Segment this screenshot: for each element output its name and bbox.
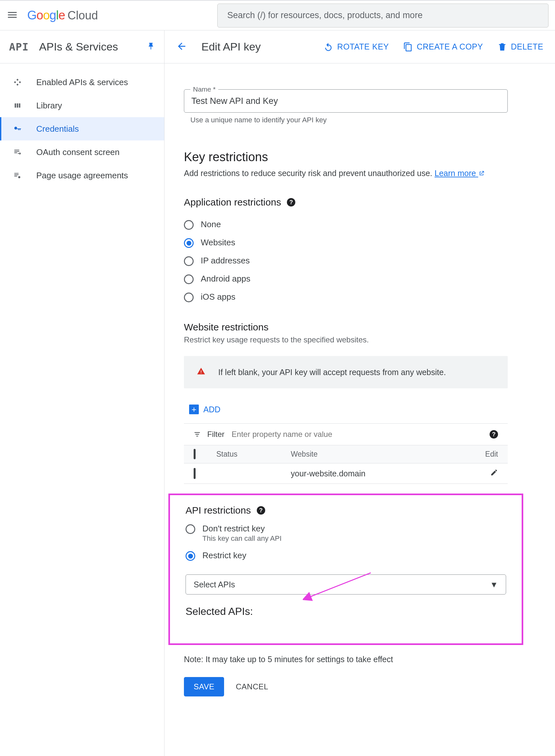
name-helper: Use a unique name to identify your API k… — [190, 116, 508, 124]
api-logo: API — [9, 41, 29, 53]
add-button[interactable]: + ADD — [189, 405, 508, 414]
sidebar-label: Page usage agreements — [36, 171, 128, 181]
api-restrictions-heading: API restrictions ? — [185, 505, 506, 516]
radio-websites[interactable]: Websites — [184, 234, 508, 252]
rotate-key-button[interactable]: ROTATE KEY — [324, 42, 389, 52]
radio-restrict[interactable]: Restrict key — [185, 547, 506, 565]
website-restrictions-desc: Restrict key usage requests to the speci… — [184, 335, 508, 344]
edit-icon[interactable] — [475, 469, 498, 478]
consent-icon — [12, 147, 23, 157]
search-placeholder: Search (/) for resources, docs, products… — [227, 10, 423, 20]
radio-icon — [184, 275, 194, 284]
external-link-icon — [478, 169, 485, 179]
table-row: your-website.domain — [184, 464, 508, 484]
radio-android[interactable]: Android apps — [184, 270, 508, 288]
help-icon[interactable]: ? — [287, 198, 295, 206]
radio-ip[interactable]: IP addresses — [184, 252, 508, 270]
sidebar-item-credentials[interactable]: Credentials — [0, 117, 164, 140]
select-all-checkbox[interactable] — [194, 449, 196, 459]
save-button[interactable]: SAVE — [184, 677, 224, 697]
key-restrictions-desc: Add restrictions to reduce security risk… — [184, 169, 508, 179]
warning-icon — [197, 367, 205, 377]
sidebar-label: Credentials — [36, 124, 79, 134]
filter-label: Filter — [207, 430, 224, 439]
sidebar-label: OAuth consent screen — [36, 147, 120, 157]
col-status: Status — [216, 450, 291, 459]
help-icon[interactable]: ? — [489, 430, 498, 438]
agreement-icon — [12, 170, 23, 181]
name-label: Name * — [190, 86, 218, 93]
radio-icon — [185, 551, 195, 561]
sidebar-item-library[interactable]: Library — [0, 94, 164, 117]
sidebar-label: Enabled APIs & services — [36, 77, 128, 87]
radio-icon — [184, 220, 194, 230]
cloud-text: Cloud — [68, 9, 98, 22]
plus-icon: + — [189, 405, 199, 414]
filter-input[interactable] — [231, 429, 483, 439]
annotation-arrow — [303, 570, 374, 603]
application-restrictions-heading: Application restrictions ? — [184, 197, 508, 208]
col-edit: Edit — [475, 450, 498, 459]
radio-icon — [184, 256, 194, 266]
cancel-button[interactable]: CANCEL — [234, 677, 270, 697]
create-copy-button[interactable]: CREATE A COPY — [403, 42, 483, 52]
dropdown-icon: ▼ — [490, 580, 498, 589]
svg-line-0 — [309, 573, 371, 597]
filter-icon — [194, 431, 201, 438]
logo[interactable]: Google Cloud — [27, 8, 98, 22]
row-website: your-website.domain — [291, 469, 475, 478]
col-website: Website — [291, 450, 475, 459]
pin-icon[interactable] — [147, 42, 155, 51]
radio-icon — [185, 524, 195, 534]
sidebar-title: APIs & Services — [39, 41, 136, 53]
api-restrictions-highlight: API restrictions ? Don't restrict key Th… — [168, 493, 523, 645]
blank-notice: If left blank, your API key will accept … — [184, 356, 508, 388]
page-title: Edit API key — [202, 41, 261, 53]
radio-dont-restrict[interactable]: Don't restrict key This key can call any… — [185, 520, 506, 547]
radio-icon — [184, 238, 194, 248]
row-checkbox[interactable] — [194, 468, 196, 479]
radio-none[interactable]: None — [184, 216, 508, 234]
sidebar-item-enabled-apis[interactable]: Enabled APIs & services — [0, 70, 164, 94]
library-icon — [12, 100, 23, 111]
sidebar-item-oauth[interactable]: OAuth consent screen — [0, 140, 164, 164]
search-input[interactable]: Search (/) for resources, docs, products… — [217, 4, 549, 28]
key-icon — [12, 124, 23, 134]
app-restrictions-radios: None Websites IP addresses Android apps … — [184, 216, 508, 306]
delete-button[interactable]: DELETE — [497, 42, 543, 52]
help-icon[interactable]: ? — [257, 506, 265, 515]
sidebar-label: Library — [36, 101, 62, 111]
back-icon[interactable] — [176, 41, 187, 53]
key-restrictions-heading: Key restrictions — [184, 150, 508, 164]
radio-ios[interactable]: iOS apps — [184, 288, 508, 306]
menu-icon[interactable] — [6, 9, 18, 22]
name-input[interactable] — [184, 89, 508, 112]
selected-apis-heading: Selected APIs: — [185, 606, 506, 617]
google-logo: Google — [27, 8, 65, 22]
sidebar-item-page-usage[interactable]: Page usage agreements — [0, 164, 164, 187]
radio-icon — [184, 292, 194, 302]
website-restrictions-heading: Website restrictions — [184, 322, 508, 333]
diamond-icon — [12, 77, 23, 87]
learn-more-link[interactable]: Learn more — [434, 169, 485, 178]
save-note: Note: It may take up to 5 minutes for se… — [184, 655, 508, 664]
